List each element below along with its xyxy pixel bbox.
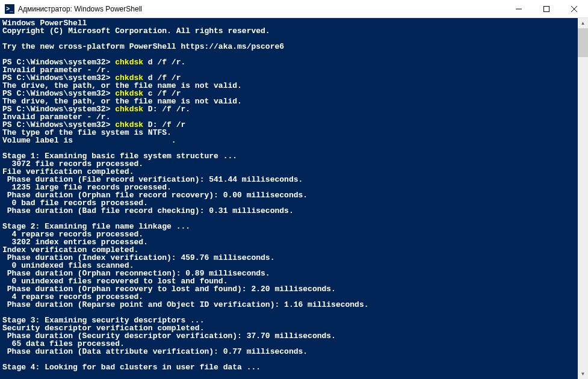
window-controls: [505, 0, 588, 17]
terminal-container: Windows PowerShell Copyright (C) Microso…: [0, 18, 588, 379]
scrollbar[interactable]: ▲ ▼: [578, 18, 588, 379]
close-button[interactable]: [560, 0, 588, 17]
window-titlebar: >_ Администратор: Windows PowerShell: [0, 0, 588, 18]
window-title: Администратор: Windows PowerShell: [18, 5, 505, 13]
maximize-button[interactable]: [533, 0, 560, 17]
scroll-down-button[interactable]: ▼: [578, 369, 588, 379]
scrollbar-thumb[interactable]: [578, 28, 588, 57]
svg-rect-1: [544, 6, 549, 11]
terminal-output[interactable]: Windows PowerShell Copyright (C) Microso…: [0, 18, 578, 379]
scroll-up-button[interactable]: ▲: [578, 18, 588, 28]
powershell-icon: >_: [5, 4, 14, 14]
minimize-button[interactable]: [505, 0, 533, 17]
